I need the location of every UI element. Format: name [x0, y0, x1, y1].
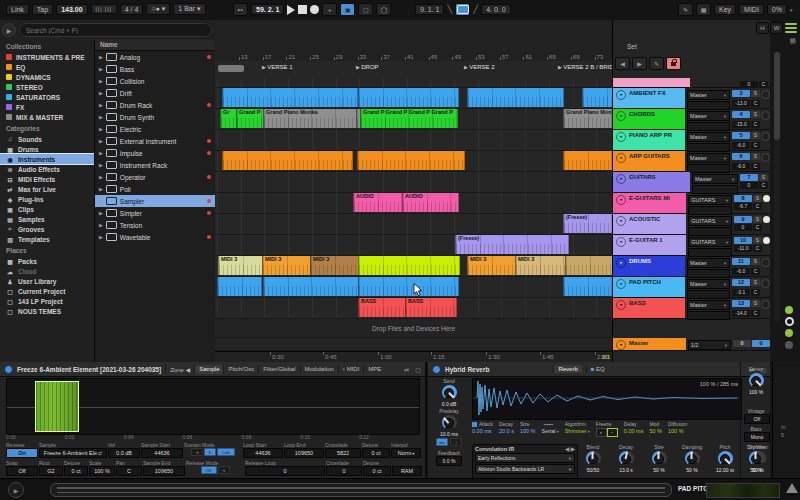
clip-audio[interactable]: AUDIO — [353, 193, 404, 212]
clip[interactable] — [222, 151, 353, 170]
reverb-param-value[interactable]: 50 % — [649, 428, 662, 436]
capture-midi-button[interactable]: ◯ — [376, 3, 391, 16]
solo-button[interactable]: S — [753, 216, 762, 223]
fold-icon[interactable]: ▾ — [616, 132, 626, 142]
track-header-piano-arp-pr[interactable]: ▾PIANO ARP PRMaster▼5S-6.0C — [613, 130, 771, 151]
collection-item-saturators[interactable]: SATURATORS — [0, 92, 94, 102]
reverb-param-value[interactable]: 20.0 s — [499, 428, 514, 436]
status-circle-ring[interactable] — [785, 317, 794, 326]
time-signature-field[interactable]: 4 / 4 — [120, 4, 144, 15]
param-value[interactable]: On — [6, 448, 38, 458]
sidebar-item-sounds[interactable]: ♫Sounds — [0, 134, 94, 144]
device-item-simpler[interactable]: ▶Simpler — [95, 207, 215, 219]
track-name[interactable]: ▾E-GUITARS MI — [613, 193, 686, 213]
sidebar-item-templates[interactable]: ▥Templates — [0, 234, 94, 244]
lane-master[interactable] — [215, 338, 612, 351]
lane-acoustic[interactable]: (Freeze) — [215, 214, 612, 235]
expander-icon[interactable]: ▶ — [99, 114, 103, 120]
lane-chords[interactable]: GrGrand PGrand Piano MonkaGrand P Grand … — [215, 109, 612, 130]
clip[interactable] — [217, 277, 262, 296]
param-value[interactable]: C — [116, 466, 142, 476]
pan-value[interactable]: C — [753, 224, 762, 231]
locator-verse-1[interactable]: VERSE 1 — [262, 64, 293, 70]
expander-icon[interactable]: ▶ — [99, 162, 103, 168]
solo-button[interactable]: S — [751, 132, 760, 139]
link-button[interactable]: Link — [6, 4, 29, 15]
locator-drop[interactable]: DROP — [356, 64, 379, 70]
sidebar-item-clips[interactable]: ▣Clips — [0, 204, 94, 214]
ir-prev-next-arrows[interactable]: ◀ ▶ — [565, 446, 575, 452]
place-item-nous-temes[interactable]: ▢NOUS TEMES — [0, 306, 94, 316]
prev-arrow-icon[interactable]: ◀ — [615, 57, 630, 70]
track-header-ambient-fx[interactable]: ▾AMBIENT FXMaster▼3S-13.0C — [613, 88, 771, 109]
fold-icon[interactable]: ▾ — [616, 279, 626, 289]
status-circle-green2[interactable] — [785, 329, 793, 337]
arm-button[interactable] — [761, 279, 770, 288]
arm-button[interactable] — [761, 90, 770, 99]
pan-value[interactable]: C — [753, 245, 762, 252]
status-circle-gray[interactable] — [785, 341, 793, 349]
sampler-tab-modulation[interactable]: Modulation — [300, 365, 338, 374]
search-input[interactable] — [19, 23, 212, 37]
device-item-sampler[interactable]: ▶Sampler — [95, 195, 215, 207]
bass-mono-value[interactable]: Mono — [744, 432, 770, 442]
track-header-e-guitars-mi[interactable]: ▾E-GUITARS MIGUITARS▼8S-6.7C — [613, 193, 771, 214]
clip[interactable] — [582, 88, 614, 107]
expander-icon[interactable]: ▶ — [99, 138, 103, 144]
locator-verse-2[interactable]: VERSE 2 — [464, 64, 495, 70]
expander-icon[interactable]: ▶ — [99, 174, 103, 180]
collection-item-instruments-pre[interactable]: INSTRUMENTS & PRE — [0, 52, 94, 62]
expander-icon[interactable]: ▶ — [99, 222, 103, 228]
ir-category-select[interactable]: Early Reflections▼ — [475, 453, 575, 463]
record-button[interactable] — [310, 5, 319, 14]
cpu-menu-arrow[interactable]: ▾ — [790, 7, 793, 13]
expander-icon[interactable]: ▶ — [99, 210, 103, 216]
param-value[interactable]: 0 — [245, 466, 325, 476]
hot-swap-icon[interactable]: ⇄ — [98, 450, 102, 456]
follow-button[interactable]: ⊷ — [233, 3, 248, 16]
fold-icon[interactable]: ▾ — [616, 153, 626, 163]
size-knob[interactable] — [652, 451, 667, 466]
volume-value[interactable]: -14.0 — [732, 310, 750, 317]
clip-grand-p[interactable]: Grand P — [236, 109, 265, 128]
track-number[interactable]: 3 — [732, 90, 750, 97]
ir-waveform-display[interactable]: 100 % / 285 ms — [472, 378, 742, 420]
decay-knob[interactable] — [619, 451, 634, 466]
pan-value[interactable]: C — [751, 121, 760, 128]
sampler-tab-zone[interactable]: Zone ◀ — [165, 365, 194, 374]
predelay-unit-toggle[interactable]: ms ♪ — [436, 438, 462, 446]
param-value[interactable]: 44636 — [141, 448, 183, 458]
play-button[interactable] — [287, 5, 295, 15]
device-item-collision[interactable]: ▶Collision — [95, 75, 215, 87]
solo-button[interactable]: S — [753, 237, 762, 244]
collection-item-dynamics[interactable]: DYNAMICS — [0, 72, 94, 82]
scrollbar-handle[interactable] — [774, 52, 780, 140]
track-number[interactable]: 13 — [732, 300, 750, 307]
solo-button[interactable]: S — [751, 90, 760, 97]
track-name[interactable]: ▾DRUMS — [613, 256, 685, 276]
reverb-param-value[interactable]: 0.00 ms — [472, 428, 493, 436]
place-item-user-library[interactable]: ♟User Library — [0, 276, 94, 286]
sidebar-item-max-for-live[interactable]: ⇄Max for Live — [0, 184, 94, 194]
collection-item-fx[interactable]: FX — [0, 102, 94, 112]
reverb-param-value[interactable]: 0.00 ms — [624, 428, 644, 436]
param-value[interactable]: ⇥↻Link — [184, 448, 242, 456]
solo-button[interactable]: S — [753, 195, 762, 202]
place-item-cloud[interactable]: ☁Cloud — [0, 266, 94, 276]
warning-triangle-icon[interactable] — [786, 483, 798, 493]
routing-select[interactable]: GUITARS▼ — [688, 216, 732, 226]
lane-e-guitars-mi[interactable]: AUDIOAUDIO — [215, 193, 612, 214]
device-item-operator[interactable]: ▶Operator — [95, 171, 215, 183]
track-name[interactable]: ▾E-GUITAR 1 — [613, 235, 686, 255]
pitch-knob[interactable] — [718, 451, 733, 466]
param-value[interactable]: 0 ct — [64, 466, 88, 476]
param-value[interactable]: 0 ct — [362, 448, 390, 458]
track-header-chords[interactable]: ▾CHORDSMaster▼4S-15.0C — [613, 109, 771, 130]
selected-clip-thumbnail[interactable] — [706, 483, 780, 498]
solo-button[interactable]: S — [751, 279, 760, 286]
tempo-field[interactable]: 143.00 — [56, 4, 87, 15]
reverb-param-value[interactable]: 100 % — [668, 428, 687, 436]
lock-icon[interactable] — [666, 57, 681, 70]
clip--freeze-[interactable]: (Freeze) — [455, 235, 569, 254]
horizontal-zoom-slider[interactable] — [50, 483, 672, 497]
